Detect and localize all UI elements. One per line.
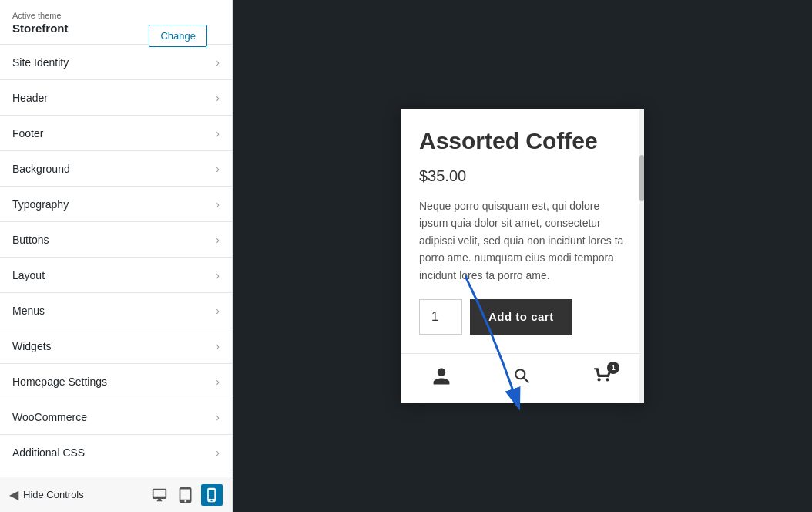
sidebar-menu: Site Identity › Header › Footer › Backgr… [0, 45, 232, 477]
sidebar-item-label: Site Identity [12, 56, 69, 69]
sidebar-item-label: Buttons [12, 234, 49, 246]
add-to-cart-button[interactable]: Add to cart [470, 299, 572, 335]
sidebar-item-woocommerce[interactable]: WooCommerce › [0, 399, 232, 435]
chevron-right-icon: › [216, 163, 220, 175]
product-card: Assorted Coffee $35.00 Neque porro quisq… [401, 109, 644, 403]
product-price: $35.00 [419, 167, 626, 185]
theme-name: Storefront [12, 22, 69, 35]
active-theme-label: Active theme [12, 11, 69, 20]
sidebar-item-label: Typography [12, 198, 69, 211]
chevron-right-icon: › [216, 446, 220, 459]
sidebar-item-label: WooCommerce [12, 411, 87, 423]
cart-badge: 1 [607, 362, 619, 374]
sidebar-item-background[interactable]: Background › [0, 151, 232, 187]
sidebar-item-additional-css[interactable]: Additional CSS › [0, 435, 232, 470]
chevron-right-icon: › [216, 340, 220, 352]
chevron-right-icon: › [216, 305, 220, 317]
quantity-input[interactable] [419, 299, 462, 335]
sidebar-item-label: Footer [12, 127, 43, 140]
sidebar-item-typography[interactable]: Typography › [0, 187, 232, 222]
sidebar: Active theme Storefront Change Site Iden… [0, 0, 233, 512]
sidebar-item-homepage-settings[interactable]: Homepage Settings › [0, 364, 232, 399]
sidebar-item-label: Additional CSS [12, 446, 85, 459]
product-description: Neque porro quisquam est, qui dolore ips… [419, 197, 626, 284]
search-icon[interactable] [512, 366, 532, 391]
tablet-icon[interactable] [175, 484, 196, 506]
sidebar-item-site-identity[interactable]: Site Identity › [0, 45, 232, 80]
add-to-cart-row: Add to cart [419, 299, 626, 335]
device-icons-group [149, 484, 223, 506]
account-icon[interactable] [431, 366, 451, 391]
cart-icon[interactable]: 1 [593, 366, 613, 391]
chevron-right-icon: › [216, 127, 220, 140]
change-theme-button[interactable]: Change [149, 25, 207, 47]
scrollbar[interactable] [639, 109, 644, 403]
sidebar-item-widgets[interactable]: Widgets › [0, 328, 232, 364]
sidebar-item-label: Header [12, 92, 48, 104]
desktop-icon[interactable] [149, 484, 170, 506]
chevron-right-icon: › [216, 92, 220, 104]
sidebar-item-menus[interactable]: Menus › [0, 293, 232, 328]
sidebar-item-label: Background [12, 163, 70, 175]
preview-area: Assorted Coffee $35.00 Neque porro quisq… [233, 0, 812, 512]
scrollbar-thumb [639, 155, 644, 201]
sidebar-item-buttons[interactable]: Buttons › [0, 222, 232, 258]
mobile-icon[interactable] [201, 484, 223, 506]
sidebar-header: Active theme Storefront Change [0, 0, 232, 45]
chevron-right-icon: › [216, 56, 220, 69]
product-card-content: Assorted Coffee $35.00 Neque porro quisq… [401, 109, 644, 335]
chevron-right-icon: › [216, 411, 220, 423]
eye-icon: ◀ [9, 487, 18, 502]
sidebar-item-label: Homepage Settings [12, 376, 107, 388]
chevron-right-icon: › [216, 198, 220, 211]
product-footer: 1 [401, 353, 644, 403]
chevron-right-icon: › [216, 376, 220, 388]
sidebar-item-label: Layout [12, 269, 45, 281]
sidebar-footer: ◀ Hide Controls [0, 477, 232, 512]
sidebar-item-label: Menus [12, 305, 45, 317]
hide-controls-label: Hide Controls [23, 489, 84, 500]
sidebar-item-header[interactable]: Header › [0, 80, 232, 116]
sidebar-item-footer[interactable]: Footer › [0, 116, 232, 151]
chevron-right-icon: › [216, 234, 220, 246]
product-card-wrapper: Assorted Coffee $35.00 Neque porro quisq… [401, 109, 644, 403]
sidebar-item-label: Widgets [12, 340, 52, 352]
product-title: Assorted Coffee [419, 127, 626, 155]
sidebar-item-layout[interactable]: Layout › [0, 258, 232, 293]
chevron-right-icon: › [216, 269, 220, 281]
hide-controls-button[interactable]: ◀ Hide Controls [9, 487, 84, 502]
